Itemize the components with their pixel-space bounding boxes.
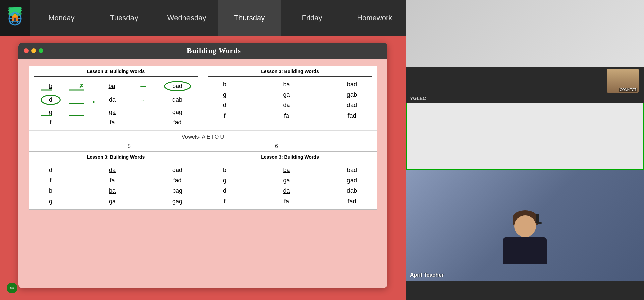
word-bad-1: bad (164, 81, 191, 91)
video-top-background (406, 0, 644, 67)
vowels-row: Vowels- A E I O U (29, 130, 377, 142)
thumbnail-row: CONNECT (406, 67, 644, 94)
nav-item-thursday[interactable]: Thursday (218, 0, 281, 36)
page-numbers-row: 5 6 (29, 142, 377, 151)
word-gag-3: gag (164, 198, 191, 205)
main-area: Monday Tuesday Wednesday Thursday Friday… (0, 0, 406, 300)
word-bad-2: bad (338, 81, 365, 88)
word-fa-4: fa (277, 198, 297, 205)
video-thumbnail: CONNECT (607, 69, 639, 93)
word-gag-1: gag (164, 109, 191, 116)
word-dab-4: dab (338, 187, 365, 195)
word-ba-2: ba (277, 81, 297, 88)
browser-title: Building Words (46, 46, 382, 55)
word-bag-3: bag (164, 187, 191, 195)
browser-maximize-button[interactable] (39, 48, 43, 53)
participant-label-row: YGLEC (406, 94, 644, 103)
lesson4-header: Lesson 3: Building Words (208, 154, 372, 162)
browser-minimize-button[interactable] (31, 48, 36, 53)
lesson2-header: Lesson 3: Building Words (208, 69, 372, 77)
word-f-4: f (215, 198, 235, 205)
page-num-5: 5 (128, 143, 131, 149)
word-g-2: g (215, 91, 235, 98)
word-d-3: d (41, 167, 61, 174)
word-d-1: d (41, 95, 61, 105)
nav-logo[interactable] (0, 0, 30, 36)
word-ga-3: ga (102, 198, 122, 205)
browser-close-button[interactable] (24, 48, 29, 53)
word-fad-4: fad (338, 198, 365, 205)
word-fa-3: fa (102, 177, 122, 184)
video-top-panel (406, 0, 644, 67)
word-b-1: b (41, 83, 61, 90)
equals-annotation: — (140, 83, 146, 89)
word-gab-2: gab (338, 91, 365, 98)
word-g-1: g (41, 109, 61, 116)
word-dad-2: dad (338, 102, 365, 109)
word-f-3: f (41, 177, 61, 184)
top-nav: Monday Tuesday Wednesday Thursday Friday… (0, 0, 406, 36)
word-dad-3: dad (164, 167, 191, 174)
svg-rect-10 (14, 18, 16, 21)
word-fad-1: fad (164, 119, 191, 126)
word-ga-4: ga (277, 177, 297, 184)
page-num-6: 6 (275, 143, 278, 149)
nav-items: Monday Tuesday Wednesday Thursday Friday… (30, 0, 406, 36)
content-area: Building Words Lesson 3: Building Words (0, 36, 406, 300)
word-bad-4: bad (338, 167, 365, 174)
word-ga-2: ga (277, 91, 297, 98)
browser-window: Building Words Lesson 3: Building Words (18, 43, 387, 288)
logo-icon (4, 7, 26, 29)
word-fa-1: fa (102, 119, 122, 126)
browser-content[interactable]: Lesson 3: Building Words b ✗ ba — (18, 59, 387, 288)
word-d-2: d (215, 102, 235, 109)
lesson3-header: Lesson 3: Building Words (34, 154, 198, 162)
word-b-2: b (215, 81, 235, 88)
word-fa-2: fa (277, 112, 297, 119)
nav-item-homework[interactable]: Homework (343, 0, 406, 36)
word-fad-2: fad (338, 112, 365, 119)
word-gad-4: gad (338, 177, 365, 184)
teacher-name-label: April Teacher (410, 272, 444, 278)
word-b-4: b (215, 167, 235, 174)
word-d-4: d (215, 187, 235, 195)
word-da-2: da (277, 102, 297, 109)
word-ba-1: ba (102, 83, 122, 90)
nav-item-wednesday[interactable]: Wednesday (155, 0, 218, 36)
nav-item-monday[interactable]: Monday (30, 0, 93, 36)
word-fad-3: fad (164, 177, 191, 184)
right-sidebar: CONNECT YGLEC April Teacher (406, 0, 644, 300)
word-b-3: b (41, 187, 61, 195)
participant-name: YGLEC (410, 96, 426, 101)
plus-annotation: ✗ (79, 83, 84, 89)
word-ga-1: ga (102, 109, 122, 116)
word-da-3: da (102, 167, 122, 174)
word-g-4: g (215, 177, 235, 184)
nav-item-tuesday[interactable]: Tuesday (93, 0, 156, 36)
word-ba-3: ba (102, 187, 122, 195)
word-da-1: da (102, 96, 122, 103)
lesson1-header: Lesson 3: Building Words (34, 69, 198, 77)
thumb-label: CONNECT (619, 88, 637, 92)
nav-item-friday[interactable]: Friday (281, 0, 343, 36)
word-f-2: f (215, 112, 235, 119)
teacher-head (513, 210, 538, 239)
video-teacher-panel: April Teacher (406, 170, 644, 281)
word-dab-1: dab (164, 96, 191, 103)
teacher-figure (503, 210, 547, 264)
word-f-1: f (41, 119, 61, 126)
word-g-3: g (41, 198, 61, 205)
video-middle-panel (406, 103, 644, 170)
browser-titlebar: Building Words (18, 43, 387, 59)
word-ba-4: ba (277, 167, 297, 174)
word-da-4: da (277, 187, 297, 195)
